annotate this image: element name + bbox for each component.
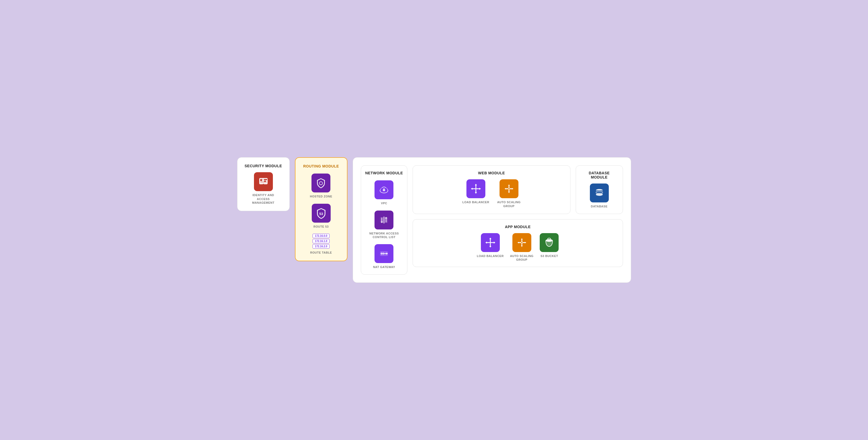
- right-stacked: WEB MODULE: [412, 165, 623, 267]
- network-module-title: NETWORK MODULE: [365, 171, 403, 175]
- network-module: NETWORK MODULE: [361, 165, 408, 274]
- route53-item: 53 ROUTE 53: [312, 204, 331, 228]
- nacl-label: NETWORK ACCESS CONTROL LIST: [369, 231, 399, 239]
- svg-marker-37: [471, 188, 472, 190]
- svg-point-46: [508, 188, 509, 190]
- app-module: APP MODULE: [412, 219, 623, 267]
- db-icon: [593, 187, 606, 199]
- svg-point-67: [546, 239, 553, 242]
- web-asg-item: AUTO SCALING GROUP: [497, 179, 521, 208]
- app-icons-row: LOAD BALANCER: [477, 233, 559, 262]
- app-lb-label: LOAD BALANCER: [477, 254, 503, 258]
- route-table-ips: 172.16.0.0 172.16.1.0 172.16.2.0: [313, 234, 330, 249]
- nacl-icon-box: [374, 211, 394, 229]
- web-lb-label: LOAD BALANCER: [462, 200, 489, 204]
- ip-badge-1: 172.16.0.0: [313, 234, 330, 238]
- iam-icon-box: [254, 172, 273, 191]
- right-panel: NETWORK MODULE: [353, 157, 631, 282]
- nat-icon: [378, 248, 390, 260]
- svg-marker-43: [504, 188, 506, 190]
- s3-label: S3 BUCKET: [540, 254, 558, 258]
- route-table-label: ROUTE TABLE: [310, 251, 332, 254]
- svg-marker-61: [521, 246, 523, 247]
- s3-icon: [543, 237, 555, 249]
- hosted-zone-icon: [315, 177, 327, 189]
- svg-marker-36: [475, 192, 477, 194]
- route53-label: ROUTE 53: [314, 225, 329, 228]
- svg-rect-4: [260, 182, 267, 183]
- nacl-icon: [378, 214, 390, 226]
- db-item: DATABASE: [590, 184, 609, 208]
- db-icon-box: [590, 184, 609, 202]
- nat-label: NAT GATEWAY: [373, 265, 395, 269]
- svg-point-5: [262, 184, 264, 185]
- svg-point-21: [384, 190, 384, 191]
- app-asg-item: AUTO SCALING GROUP: [510, 233, 534, 262]
- hosted-zone-item: HOSTED ZONE: [310, 174, 332, 198]
- app-lb-item: LOAD BALANCER: [477, 233, 503, 258]
- database-module-title: DATABASE MODULE: [580, 171, 619, 179]
- security-module: SECURITY MODULE IDENTITY AND ACCESS MANA…: [237, 157, 290, 211]
- vpc-icon: [378, 184, 390, 196]
- iam-item: IDENTITY AND ACCESS MANAGEMENT: [252, 172, 274, 205]
- svg-marker-54: [489, 238, 491, 239]
- svg-marker-55: [489, 246, 491, 248]
- db-label: DATABASE: [591, 205, 608, 208]
- vpc-icon-box: [374, 180, 394, 199]
- svg-marker-57: [494, 242, 495, 244]
- ip-badge-3: 172.16.2.0: [313, 244, 330, 249]
- security-module-title: SECURITY MODULE: [245, 164, 282, 168]
- top-row: WEB MODULE: [412, 165, 623, 214]
- svg-marker-44: [512, 188, 514, 190]
- hosted-zone-icon-box: [311, 174, 331, 192]
- web-lb-item: LOAD BALANCER: [462, 179, 489, 204]
- main-container: SECURITY MODULE IDENTITY AND ACCESS MANA…: [237, 157, 631, 282]
- app-lb-icon: [484, 237, 496, 249]
- nat-icon-box: [374, 244, 394, 263]
- svg-point-9: [320, 182, 322, 185]
- vpc-item: VPC: [374, 180, 394, 205]
- app-asg-icon-box: [513, 233, 531, 252]
- s3-icon-box: [540, 233, 559, 252]
- iam-icon: [258, 176, 269, 187]
- nat-item: NAT GATEWAY: [373, 244, 395, 269]
- svg-marker-60: [521, 238, 523, 240]
- svg-marker-56: [485, 242, 487, 244]
- route-table-item: 172.16.0.0 172.16.1.0 172.16.2.0 ROUTE T…: [310, 234, 332, 254]
- svg-marker-42: [508, 192, 510, 193]
- database-module: DATABASE MODULE DAT: [576, 165, 623, 214]
- hosted-zone-label: HOSTED ZONE: [310, 194, 332, 198]
- asg-icon: [503, 183, 515, 195]
- web-icons-row: LOAD BALANCER: [462, 179, 521, 208]
- lb-icon: [470, 183, 482, 195]
- vpc-label: VPC: [381, 201, 387, 205]
- svg-marker-63: [525, 242, 526, 243]
- app-asg-icon: [516, 237, 528, 249]
- route53-icon: 53: [315, 207, 327, 219]
- nacl-item: NETWORK ACCESS CONTROL LIST: [369, 211, 399, 239]
- web-lb-icon-box: [466, 179, 485, 198]
- svg-point-65: [521, 242, 522, 243]
- app-lb-icon-box: [481, 233, 500, 252]
- svg-marker-38: [479, 188, 481, 190]
- svg-marker-35: [475, 184, 477, 185]
- web-module: WEB MODULE: [412, 165, 570, 214]
- s3-item: S3 BUCKET: [540, 233, 559, 258]
- svg-rect-3: [264, 181, 266, 182]
- ip-badge-2: 172.16.1.0: [313, 239, 330, 243]
- routing-module: ROUTING MODULE HOSTED ZONE: [295, 157, 347, 261]
- svg-rect-2: [264, 179, 267, 180]
- route53-icon-box: 53: [312, 204, 331, 223]
- web-asg-icon-box: [499, 179, 519, 198]
- svg-marker-41: [508, 184, 510, 186]
- app-module-title: APP MODULE: [505, 225, 530, 229]
- svg-marker-62: [517, 242, 519, 243]
- svg-text:53: 53: [319, 212, 323, 216]
- app-asg-label: AUTO SCALING GROUP: [510, 254, 534, 262]
- routing-module-title: ROUTING MODULE: [303, 164, 339, 168]
- web-module-title: WEB MODULE: [478, 171, 505, 175]
- web-asg-label: AUTO SCALING GROUP: [497, 200, 521, 208]
- iam-label: IDENTITY AND ACCESS MANAGEMENT: [252, 193, 274, 205]
